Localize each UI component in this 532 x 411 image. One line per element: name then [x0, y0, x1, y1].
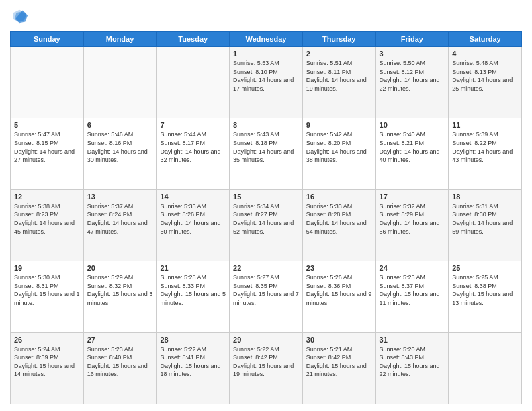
cell-info: Sunrise: 5:27 AM Sunset: 8:35 PM Dayligh…: [233, 273, 299, 307]
cell-info: Sunrise: 5:22 AM Sunset: 8:41 PM Dayligh…: [160, 345, 226, 379]
day-number: 23: [306, 264, 372, 272]
calendar-cell: 9Sunrise: 5:42 AM Sunset: 8:20 PM Daylig…: [302, 118, 375, 189]
day-number: 24: [380, 264, 445, 272]
day-number: 12: [14, 193, 80, 201]
calendar-cell: 2Sunrise: 5:51 AM Sunset: 8:11 PM Daylig…: [302, 47, 375, 118]
cell-info: Sunrise: 5:25 AM Sunset: 8:37 PM Dayligh…: [380, 273, 445, 307]
calendar-cell: [449, 332, 522, 404]
day-number: 17: [380, 193, 445, 201]
day-header-sunday: Sunday: [11, 32, 84, 47]
day-number: 10: [380, 121, 445, 129]
day-number: 29: [233, 336, 299, 344]
day-number: 6: [87, 121, 153, 129]
cell-info: Sunrise: 5:47 AM Sunset: 8:15 PM Dayligh…: [14, 130, 80, 164]
day-number: 15: [233, 193, 299, 201]
day-number: 22: [233, 264, 299, 272]
cell-info: Sunrise: 5:44 AM Sunset: 8:17 PM Dayligh…: [160, 130, 226, 164]
day-header-thursday: Thursday: [302, 32, 375, 47]
calendar-header: SundayMondayTuesdayWednesdayThursdayFrid…: [11, 32, 522, 47]
day-number: 18: [452, 193, 518, 201]
day-number: 4: [452, 50, 518, 58]
calendar-cell: 24Sunrise: 5:25 AM Sunset: 8:37 PM Dayli…: [375, 261, 449, 332]
cell-info: Sunrise: 5:35 AM Sunset: 8:26 PM Dayligh…: [160, 202, 226, 236]
calendar-cell: 31Sunrise: 5:20 AM Sunset: 8:43 PM Dayli…: [375, 332, 449, 404]
cell-info: Sunrise: 5:29 AM Sunset: 8:32 PM Dayligh…: [87, 273, 153, 307]
cell-info: Sunrise: 5:32 AM Sunset: 8:29 PM Dayligh…: [380, 202, 445, 236]
cell-info: Sunrise: 5:31 AM Sunset: 8:30 PM Dayligh…: [452, 202, 518, 236]
cell-info: Sunrise: 5:34 AM Sunset: 8:27 PM Dayligh…: [233, 202, 299, 236]
week-row-5: 26Sunrise: 5:24 AM Sunset: 8:39 PM Dayli…: [11, 332, 522, 404]
cell-info: Sunrise: 5:39 AM Sunset: 8:22 PM Dayligh…: [452, 130, 518, 164]
header-row: SundayMondayTuesdayWednesdayThursdayFrid…: [11, 32, 522, 47]
cell-info: Sunrise: 5:25 AM Sunset: 8:38 PM Dayligh…: [452, 273, 518, 307]
calendar-cell: 22Sunrise: 5:27 AM Sunset: 8:35 PM Dayli…: [230, 261, 303, 332]
cell-info: Sunrise: 5:24 AM Sunset: 8:39 PM Dayligh…: [14, 345, 80, 379]
cell-info: Sunrise: 5:33 AM Sunset: 8:28 PM Dayligh…: [306, 202, 372, 236]
day-number: 31: [380, 336, 445, 344]
calendar-cell: 12Sunrise: 5:38 AM Sunset: 8:23 PM Dayli…: [11, 189, 84, 261]
logo-icon: [10, 7, 29, 26]
calendar-body: 1Sunrise: 5:53 AM Sunset: 8:10 PM Daylig…: [11, 47, 522, 404]
calendar-cell: 20Sunrise: 5:29 AM Sunset: 8:32 PM Dayli…: [83, 261, 157, 332]
day-number: 11: [452, 121, 518, 129]
calendar-cell: 17Sunrise: 5:32 AM Sunset: 8:29 PM Dayli…: [375, 189, 449, 261]
cell-info: Sunrise: 5:22 AM Sunset: 8:42 PM Dayligh…: [233, 345, 299, 379]
day-number: 2: [306, 50, 372, 58]
calendar-cell: 30Sunrise: 5:21 AM Sunset: 8:42 PM Dayli…: [302, 332, 375, 404]
day-number: 5: [14, 121, 80, 129]
day-number: 21: [160, 264, 226, 272]
calendar-cell: 27Sunrise: 5:23 AM Sunset: 8:40 PM Dayli…: [83, 332, 157, 404]
day-number: 28: [160, 336, 226, 344]
day-number: 3: [380, 50, 445, 58]
cell-info: Sunrise: 5:48 AM Sunset: 8:13 PM Dayligh…: [452, 59, 518, 93]
day-number: 26: [14, 336, 80, 344]
cell-info: Sunrise: 5:40 AM Sunset: 8:21 PM Dayligh…: [380, 130, 445, 164]
calendar-cell: 1Sunrise: 5:53 AM Sunset: 8:10 PM Daylig…: [230, 47, 303, 118]
day-number: 14: [160, 193, 226, 201]
page: SundayMondayTuesdayWednesdayThursdayFrid…: [0, 0, 532, 411]
calendar-cell: 16Sunrise: 5:33 AM Sunset: 8:28 PM Dayli…: [302, 189, 375, 261]
day-number: 8: [233, 121, 299, 129]
day-number: 25: [452, 264, 518, 272]
calendar-cell: 4Sunrise: 5:48 AM Sunset: 8:13 PM Daylig…: [449, 47, 522, 118]
calendar-cell: 10Sunrise: 5:40 AM Sunset: 8:21 PM Dayli…: [375, 118, 449, 189]
logo: [10, 7, 32, 26]
cell-info: Sunrise: 5:38 AM Sunset: 8:23 PM Dayligh…: [14, 202, 80, 236]
calendar-cell: 15Sunrise: 5:34 AM Sunset: 8:27 PM Dayli…: [230, 189, 303, 261]
day-number: 1: [233, 50, 299, 58]
calendar-cell: 3Sunrise: 5:50 AM Sunset: 8:12 PM Daylig…: [375, 47, 449, 118]
calendar-cell: 6Sunrise: 5:46 AM Sunset: 8:16 PM Daylig…: [83, 118, 157, 189]
week-row-2: 5Sunrise: 5:47 AM Sunset: 8:15 PM Daylig…: [11, 118, 522, 189]
calendar-table: SundayMondayTuesdayWednesdayThursdayFrid…: [10, 31, 522, 404]
day-header-wednesday: Wednesday: [230, 32, 303, 47]
calendar-cell: 21Sunrise: 5:28 AM Sunset: 8:33 PM Dayli…: [157, 261, 230, 332]
cell-info: Sunrise: 5:30 AM Sunset: 8:31 PM Dayligh…: [14, 273, 80, 307]
day-number: 13: [87, 193, 153, 201]
calendar-cell: 11Sunrise: 5:39 AM Sunset: 8:22 PM Dayli…: [449, 118, 522, 189]
day-number: 16: [306, 193, 372, 201]
cell-info: Sunrise: 5:21 AM Sunset: 8:42 PM Dayligh…: [306, 345, 372, 379]
cell-info: Sunrise: 5:42 AM Sunset: 8:20 PM Dayligh…: [306, 130, 372, 164]
day-number: 27: [87, 336, 153, 344]
calendar-cell: 19Sunrise: 5:30 AM Sunset: 8:31 PM Dayli…: [11, 261, 84, 332]
day-number: 19: [14, 264, 80, 272]
day-header-tuesday: Tuesday: [157, 32, 230, 47]
calendar-cell: 5Sunrise: 5:47 AM Sunset: 8:15 PM Daylig…: [11, 118, 84, 189]
week-row-3: 12Sunrise: 5:38 AM Sunset: 8:23 PM Dayli…: [11, 189, 522, 261]
day-header-saturday: Saturday: [449, 32, 522, 47]
cell-info: Sunrise: 5:51 AM Sunset: 8:11 PM Dayligh…: [306, 59, 372, 93]
calendar-cell: 13Sunrise: 5:37 AM Sunset: 8:24 PM Dayli…: [83, 189, 157, 261]
cell-info: Sunrise: 5:23 AM Sunset: 8:40 PM Dayligh…: [87, 345, 153, 379]
calendar-cell: 25Sunrise: 5:25 AM Sunset: 8:38 PM Dayli…: [449, 261, 522, 332]
cell-info: Sunrise: 5:53 AM Sunset: 8:10 PM Dayligh…: [233, 59, 299, 93]
cell-info: Sunrise: 5:46 AM Sunset: 8:16 PM Dayligh…: [87, 130, 153, 164]
day-number: 9: [306, 121, 372, 129]
calendar-cell: [11, 47, 84, 118]
calendar-cell: [157, 47, 230, 118]
day-number: 30: [306, 336, 372, 344]
calendar-cell: 29Sunrise: 5:22 AM Sunset: 8:42 PM Dayli…: [230, 332, 303, 404]
calendar-cell: 23Sunrise: 5:26 AM Sunset: 8:36 PM Dayli…: [302, 261, 375, 332]
day-number: 7: [160, 121, 226, 129]
cell-info: Sunrise: 5:50 AM Sunset: 8:12 PM Dayligh…: [380, 59, 445, 93]
cell-info: Sunrise: 5:37 AM Sunset: 8:24 PM Dayligh…: [87, 202, 153, 236]
